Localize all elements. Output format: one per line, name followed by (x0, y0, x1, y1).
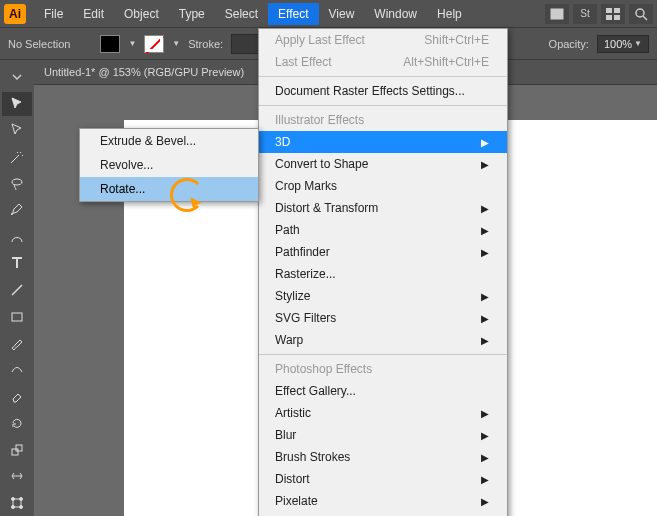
submenu-3d: Extrude & Bevel... Revolve... Rotate... (79, 128, 259, 202)
type-tool[interactable] (2, 251, 32, 276)
curvature-tool[interactable] (2, 225, 32, 250)
svg-line-6 (643, 16, 647, 20)
free-transform-tool[interactable] (2, 491, 32, 516)
selection-label: No Selection (8, 38, 70, 50)
chevron-down-icon[interactable]: ▼ (172, 39, 180, 48)
menubar: Ai File Edit Object Type Select Effect V… (0, 0, 657, 28)
rectangle-tool[interactable] (2, 304, 32, 329)
svg-point-13 (12, 497, 15, 500)
scale-tool[interactable] (2, 437, 32, 462)
section-photoshop-effects: Photoshop Effects (259, 358, 507, 380)
section-illustrator-effects: Illustrator Effects (259, 109, 507, 131)
lasso-tool[interactable] (2, 171, 32, 196)
menu-file[interactable]: File (34, 3, 73, 25)
svg-rect-9 (12, 313, 22, 321)
menu-sketch[interactable]: Sketch▶ (259, 512, 507, 516)
menu-svg-filters[interactable]: SVG Filters▶ (259, 307, 507, 329)
svg-rect-10 (12, 449, 18, 455)
menu-object[interactable]: Object (114, 3, 169, 25)
width-tool[interactable] (2, 464, 32, 489)
fill-swatch[interactable] (100, 35, 120, 53)
direct-selection-tool[interactable] (2, 118, 32, 143)
menu-raster-settings[interactable]: Document Raster Effects Settings... (259, 80, 507, 102)
shaper-tool[interactable] (2, 358, 32, 383)
menu-crop-marks[interactable]: Crop Marks (259, 175, 507, 197)
chevron-down-icon[interactable]: ▼ (128, 39, 136, 48)
menu-blur[interactable]: Blur▶ (259, 424, 507, 446)
menu-effect-gallery[interactable]: Effect Gallery... (259, 380, 507, 402)
expand-handle[interactable] (2, 65, 32, 90)
menu-path[interactable]: Path▶ (259, 219, 507, 241)
stroke-label: Stroke: (188, 38, 223, 50)
menu-last-effect[interactable]: Last EffectAlt+Shift+Ctrl+E (259, 51, 507, 73)
line-tool[interactable] (2, 278, 32, 303)
menu-select[interactable]: Select (215, 3, 268, 25)
paintbrush-tool[interactable] (2, 331, 32, 356)
menu-distort-transform[interactable]: Distort & Transform▶ (259, 197, 507, 219)
menu-warp[interactable]: Warp▶ (259, 329, 507, 351)
menu-convert-to-shape[interactable]: Convert to Shape▶ (259, 153, 507, 175)
svg-rect-3 (606, 15, 612, 20)
svg-rect-1 (606, 8, 612, 13)
menu-stylize-ai[interactable]: Stylize▶ (259, 285, 507, 307)
effect-dropdown: Apply Last EffectShift+Ctrl+E Last Effec… (258, 28, 508, 516)
menu-help[interactable]: Help (427, 3, 472, 25)
menu-rasterize[interactable]: Rasterize... (259, 263, 507, 285)
eraser-tool[interactable] (2, 384, 32, 409)
bridge-button[interactable] (545, 4, 569, 24)
menu-3d[interactable]: 3D▶ (259, 131, 507, 153)
search-button[interactable] (629, 4, 653, 24)
menu-apply-last-effect[interactable]: Apply Last EffectShift+Ctrl+E (259, 29, 507, 51)
svg-point-5 (636, 9, 644, 17)
arrange-button[interactable] (601, 4, 625, 24)
opacity-label: Opacity: (549, 38, 589, 50)
menu-view[interactable]: View (319, 3, 365, 25)
menu-window[interactable]: Window (364, 3, 427, 25)
menu-brush-strokes[interactable]: Brush Strokes▶ (259, 446, 507, 468)
svg-point-16 (20, 505, 23, 508)
toolbar (0, 60, 34, 516)
menu-pathfinder[interactable]: Pathfinder▶ (259, 241, 507, 263)
svg-rect-11 (16, 445, 22, 451)
menu-pixelate[interactable]: Pixelate▶ (259, 490, 507, 512)
selection-tool[interactable] (2, 92, 32, 117)
menu-effect[interactable]: Effect (268, 3, 318, 25)
magic-wand-tool[interactable] (2, 145, 32, 170)
app-icon: Ai (4, 4, 26, 24)
menu-artistic[interactable]: Artistic▶ (259, 402, 507, 424)
svg-rect-0 (551, 9, 563, 19)
menu-rotate[interactable]: Rotate... (80, 177, 258, 201)
svg-rect-2 (614, 8, 620, 13)
pen-tool[interactable] (2, 198, 32, 223)
opacity-field[interactable]: 100%▼ (597, 35, 649, 53)
svg-rect-4 (614, 15, 620, 20)
menu-distort-ps[interactable]: Distort▶ (259, 468, 507, 490)
menu-revolve[interactable]: Revolve... (80, 153, 258, 177)
rotate-tool[interactable] (2, 411, 32, 436)
svg-line-8 (12, 285, 22, 295)
menu-extrude-bevel[interactable]: Extrude & Bevel... (80, 129, 258, 153)
menu-edit[interactable]: Edit (73, 3, 114, 25)
svg-point-14 (20, 497, 23, 500)
stroke-swatch[interactable] (144, 35, 164, 53)
svg-point-15 (12, 505, 15, 508)
svg-point-7 (12, 179, 22, 185)
menu-type[interactable]: Type (169, 3, 215, 25)
stock-button[interactable]: St (573, 4, 597, 24)
submenu-arrow-icon: ▶ (481, 137, 489, 148)
